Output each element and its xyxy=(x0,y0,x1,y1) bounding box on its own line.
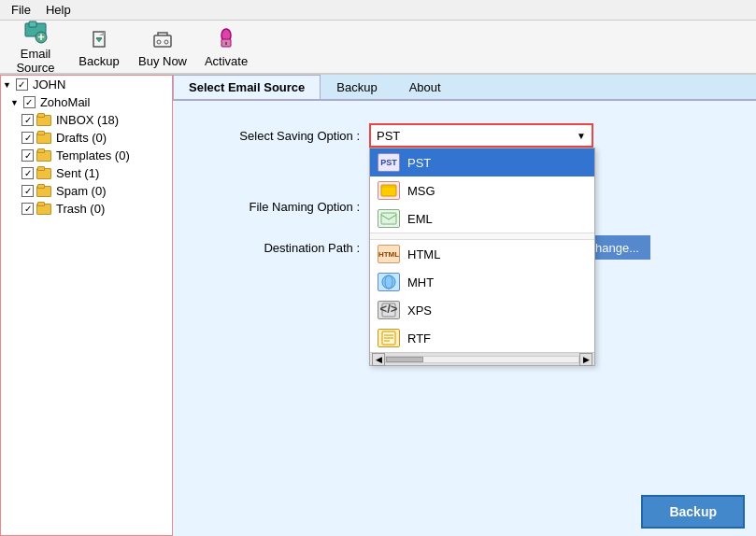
toolbar: + Email Source Backup Buy Now xyxy=(0,21,756,75)
svg-marker-7 xyxy=(96,38,102,42)
dropdown-scrollbar[interactable]: ◀ ▶ xyxy=(370,352,594,365)
dropdown-divider xyxy=(370,233,594,240)
saving-option-arrow: ▼ xyxy=(577,131,586,141)
checkbox-spam[interactable]: ✓ xyxy=(21,185,34,197)
rtf-icon xyxy=(378,329,400,347)
tab-about[interactable]: About xyxy=(393,75,457,99)
tree-item-zohomail[interactable]: ▼ ✓ ZohoMail xyxy=(1,93,172,111)
menu-help[interactable]: Help xyxy=(38,1,78,19)
dropdown-item-eml[interactable]: EML xyxy=(370,205,594,233)
checkbox-trash[interactable]: ✓ xyxy=(21,203,34,215)
saving-option-row: Select Saving Option : PST ▼ PST PST xyxy=(192,123,737,148)
tab-bar: Select Email Source Backup About xyxy=(173,75,756,101)
backup-button-row: Backup xyxy=(173,487,756,536)
tree-label-templates: Templates (0) xyxy=(56,148,130,162)
dropdown-item-pst[interactable]: PST PST xyxy=(370,148,594,176)
file-naming-label: File Naming Option : xyxy=(192,200,360,214)
activate-icon xyxy=(213,26,239,52)
dropdown-item-html[interactable]: HTML HTML xyxy=(370,240,594,268)
content-area: WWW.9UPK.COM Www.9UPK.Com Select Saving … xyxy=(173,101,756,487)
tree-item-drafts[interactable]: ✓ Drafts (0) xyxy=(1,129,172,147)
svg-rect-17 xyxy=(381,213,396,224)
tab-select-email-source[interactable]: Select Email Source xyxy=(173,75,321,99)
svg-text:+: + xyxy=(37,30,45,44)
tree-label-drafts: Drafts (0) xyxy=(56,131,107,145)
checkbox-drafts[interactable]: ✓ xyxy=(21,132,34,144)
tree-item-trash[interactable]: ✓ Trash (0) xyxy=(1,200,172,218)
buy-now-icon xyxy=(150,26,176,52)
email-source-button[interactable]: + Email Source xyxy=(7,23,64,70)
saving-option-value: PST xyxy=(377,129,400,143)
scroll-track xyxy=(385,356,579,363)
svg-point-10 xyxy=(164,40,168,44)
folder-icon-drafts xyxy=(36,133,51,144)
activate-button[interactable]: Activate xyxy=(198,23,254,70)
folder-icon-sent xyxy=(36,168,51,179)
tree-item-templates[interactable]: ✓ Templates (0) xyxy=(1,147,172,164)
checkbox-john[interactable]: ✓ xyxy=(16,78,28,91)
folder-icon-spam xyxy=(36,186,51,197)
saving-option-label: Select Saving Option : xyxy=(192,129,360,143)
tree-label-inbox: INBOX (18) xyxy=(56,113,119,127)
tree-item-john[interactable]: ▼ ✓ JOHN xyxy=(1,76,172,93)
email-source-icon: + xyxy=(22,19,49,45)
folder-icon-inbox xyxy=(36,115,51,126)
html-icon: HTML xyxy=(378,245,400,263)
folder-tree: ▼ ✓ JOHN ▼ ✓ ZohoMail ✓ INBOX (18) ✓ Dra… xyxy=(0,75,173,536)
menu-file[interactable]: File xyxy=(4,1,38,19)
dropdown-item-msg[interactable]: MSG xyxy=(370,176,594,205)
folder-icon-templates xyxy=(36,150,51,162)
backup-icon xyxy=(86,26,112,52)
backup-button[interactable]: Backup xyxy=(641,495,745,529)
expand-icon: ▼ xyxy=(3,80,11,90)
tree-label-spam: Spam (0) xyxy=(56,184,106,198)
svg-point-9 xyxy=(157,40,161,44)
checkbox-inbox[interactable]: ✓ xyxy=(21,114,34,126)
svg-point-18 xyxy=(382,275,395,289)
saving-option-select[interactable]: PST ▼ xyxy=(369,123,593,148)
tree-item-sent[interactable]: ✓ Sent (1) xyxy=(1,164,172,182)
destination-label: Destination Path : xyxy=(192,241,360,255)
dropdown-item-mht[interactable]: MHT xyxy=(370,268,594,296)
right-panel: Select Email Source Backup About xyxy=(173,75,756,536)
svg-rect-1 xyxy=(29,21,36,27)
msg-icon xyxy=(378,181,400,200)
svg-text:</>: </> xyxy=(380,303,397,316)
menu-bar: File Help xyxy=(0,0,756,21)
buy-now-button[interactable]: Buy Now xyxy=(135,23,191,70)
eml-icon xyxy=(378,209,400,228)
tree-item-spam[interactable]: ✓ Spam (0) xyxy=(1,182,172,200)
backup-toolbar-button[interactable]: Backup xyxy=(71,23,127,70)
scroll-thumb[interactable] xyxy=(386,357,423,362)
xps-icon: </> xyxy=(378,301,400,319)
tab-backup[interactable]: Backup xyxy=(321,75,392,99)
tree-item-inbox[interactable]: ✓ INBOX (18) xyxy=(1,111,172,129)
main-layout: ▼ ✓ JOHN ▼ ✓ ZohoMail ✓ INBOX (18) ✓ Dra… xyxy=(0,75,756,536)
dropdown-item-xps[interactable]: </> XPS xyxy=(370,296,594,324)
pst-icon: PST xyxy=(378,153,400,172)
folder-icon-trash xyxy=(36,204,51,215)
tree-label-sent: Sent (1) xyxy=(56,166,99,180)
scroll-left-arrow[interactable]: ◀ xyxy=(372,353,385,366)
saving-option-dropdown: PST PST MSG xyxy=(369,148,595,366)
dropdown-item-rtf[interactable]: RTF xyxy=(370,324,594,352)
saving-option-select-wrapper: PST ▼ PST PST xyxy=(369,123,593,148)
scroll-right-arrow[interactable]: ▶ xyxy=(579,353,592,366)
checkbox-sent[interactable]: ✓ xyxy=(21,167,34,179)
expand-icon-zoho: ▼ xyxy=(10,98,19,107)
tree-label-trash: Trash (0) xyxy=(56,202,105,216)
svg-rect-8 xyxy=(154,35,171,47)
tree-label-zohomail: ZohoMail xyxy=(40,95,90,109)
mht-icon xyxy=(378,273,400,291)
checkbox-zohomail[interactable]: ✓ xyxy=(23,96,36,108)
checkbox-templates[interactable]: ✓ xyxy=(21,149,34,162)
tree-label-john: JOHN xyxy=(33,78,65,92)
